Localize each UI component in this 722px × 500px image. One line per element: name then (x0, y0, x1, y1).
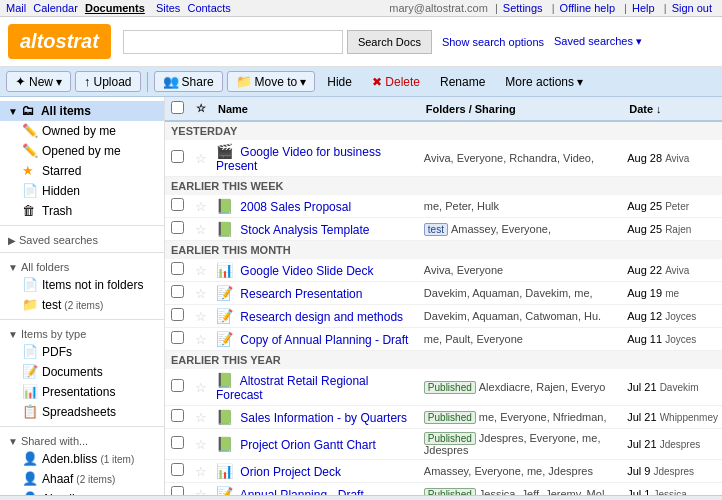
signout-link[interactable]: Sign out (672, 2, 712, 14)
row-checkbox[interactable] (171, 409, 184, 422)
search-input[interactable] (123, 30, 343, 54)
sidebar-item-starred[interactable]: ★ Starred (14, 161, 164, 181)
all-folders-arrow-icon: ▼ (8, 262, 18, 273)
date-owner: Rajen (665, 224, 691, 235)
offline-help-link[interactable]: Offline help (560, 2, 615, 14)
search-button[interactable]: Search Docs (347, 30, 432, 54)
toolbar-separator (147, 72, 148, 92)
row-star-cell[interactable]: ☆ (190, 328, 212, 351)
row-checkbox[interactable] (171, 379, 184, 392)
col-header-date[interactable]: Date ↓ (623, 97, 722, 121)
row-star-cell[interactable]: ☆ (190, 140, 212, 177)
row-star-cell[interactable]: ☆ (190, 369, 212, 406)
shared-badge-2: (3 items) (101, 494, 140, 496)
row-checkbox[interactable] (171, 331, 184, 344)
row-checkbox[interactable] (171, 198, 184, 211)
row-checkbox[interactable] (171, 150, 184, 163)
row-star-cell[interactable]: ☆ (190, 305, 212, 328)
doc-name-link[interactable]: Project Orion Gantt Chart (240, 438, 375, 452)
row-name-cell: 📊 Google Video Slide Deck (212, 259, 420, 282)
row-star-cell[interactable]: ☆ (190, 429, 212, 460)
sidebar-item-opened-by-me[interactable]: ✏️ Opened by me (14, 141, 164, 161)
new-button[interactable]: ✦ New ▾ (6, 71, 71, 92)
doc-name-link[interactable]: Altostrat Retail Regional Forecast (216, 374, 368, 402)
more-actions-button[interactable]: More actions ▾ (497, 73, 591, 91)
sidebar-all-folders[interactable]: ▼ All folders (0, 257, 164, 275)
help-link[interactable]: Help (632, 2, 655, 14)
row-checkbox-cell (165, 305, 190, 328)
mail-link[interactable]: Mail (6, 2, 26, 14)
delete-button[interactable]: ✖ Delete (364, 73, 428, 91)
row-checkbox[interactable] (171, 221, 184, 234)
date-owner: Jdespres (660, 439, 701, 450)
sidebar-items-by-type[interactable]: ▼ Items by type (0, 324, 164, 342)
sidebar-item-spreadsheets[interactable]: 📋 Spreadsheets (14, 402, 164, 422)
saved-searches-link[interactable]: Saved searches (554, 35, 642, 48)
sidebar-item-trash[interactable]: 🗑 Trash (14, 201, 164, 221)
row-checkbox[interactable] (171, 285, 184, 298)
search-bar: Search Docs Show search options Saved se… (123, 30, 714, 54)
row-checkbox[interactable] (171, 436, 184, 449)
col-header-name[interactable]: Name (212, 97, 420, 121)
hide-button[interactable]: Hide (319, 73, 360, 91)
row-star-cell[interactable]: ☆ (190, 406, 212, 429)
sidebar-sub-items: ✏️ Owned by me ✏️ Opened by me ★ Starred… (0, 121, 164, 221)
doc-name-link[interactable]: Research design and methods (240, 310, 403, 324)
pdf-icon: 📄 (22, 344, 38, 360)
sidebar-item-owned-by-me[interactable]: ✏️ Owned by me (14, 121, 164, 141)
doc-name-link[interactable]: Google Video Slide Deck (240, 264, 373, 278)
table-row: ☆ 📝 Annual Planning - Draft PublishedJes… (165, 483, 722, 496)
sidebar-shared-with[interactable]: ▼ Shared with... (0, 431, 164, 449)
doc-name-link[interactable]: 2008 Sales Proposal (240, 200, 351, 214)
rename-button[interactable]: Rename (432, 73, 493, 91)
content-area: ☆ Name Folders / Sharing Date ↓ YESTERDA… (165, 97, 722, 495)
upload-button[interactable]: ↑ Upload (75, 71, 141, 92)
row-checkbox[interactable] (171, 308, 184, 321)
row-name-cell: 📝 Copy of Annual Planning - Draft (212, 328, 420, 351)
sidebar-item-pdfs[interactable]: 📄 PDFs (14, 342, 164, 362)
hidden-label: Hidden (42, 184, 80, 198)
select-all-checkbox[interactable] (171, 101, 184, 114)
row-star-cell[interactable]: ☆ (190, 460, 212, 483)
docs-link-bold[interactable]: Documents (85, 2, 145, 14)
row-checkbox[interactable] (171, 463, 184, 476)
row-date-cell: Aug 28 Aviva (623, 140, 722, 177)
row-star-cell[interactable]: ☆ (190, 195, 212, 218)
row-folder-cell: Davekim, Aquaman, Catwoman, Hu. (420, 305, 623, 328)
sidebar-item-presentations[interactable]: 📊 Presentations (14, 382, 164, 402)
share-button[interactable]: 👥 Share (154, 71, 223, 92)
sidebar-item-documents[interactable]: 📝 Documents (14, 362, 164, 382)
row-checkbox[interactable] (171, 486, 184, 495)
doc-name-link[interactable]: Annual Planning - Draft (240, 488, 364, 495)
row-checkbox-cell (165, 369, 190, 406)
row-star-cell[interactable]: ☆ (190, 259, 212, 282)
published-badge: Published (424, 488, 476, 495)
date-owner: Joyces (665, 334, 696, 345)
sidebar-item-all-items[interactable]: ▼ 🗂 All items (0, 101, 164, 121)
doc-name-link[interactable]: Sales Information - by Quarters (240, 411, 407, 425)
move-label: Move to (255, 75, 298, 89)
row-star-cell[interactable]: ☆ (190, 282, 212, 305)
calendar-link[interactable]: Calendar (33, 2, 78, 14)
sidebar-item-items-not-in-folders[interactable]: 📄 Items not in folders (14, 275, 164, 295)
settings-link[interactable]: Settings (503, 2, 543, 14)
sidebar-item-shared-1[interactable]: 👤 Ahaaf (2 items) (14, 469, 164, 489)
doc-name-link[interactable]: Orion Project Deck (240, 465, 341, 479)
table-row: ☆ 📝 Copy of Annual Planning - Draft me, … (165, 328, 722, 351)
sites-link[interactable]: Sites (156, 2, 180, 14)
doc-name-link[interactable]: Google Video for business Present (216, 145, 381, 173)
row-star-cell[interactable]: ☆ (190, 218, 212, 241)
sidebar-saved-searches[interactable]: ▶ Saved searches (0, 230, 164, 248)
sidebar-item-shared-2[interactable]: 👤 Alexdiacre (3 items) (14, 489, 164, 495)
sidebar-item-shared-0[interactable]: 👤 Aden.bliss (1 item) (14, 449, 164, 469)
row-checkbox[interactable] (171, 262, 184, 275)
sidebar-item-test-folder[interactable]: 📁 test (2 items) (14, 295, 164, 315)
doc-name-link[interactable]: Stock Analysis Template (240, 223, 369, 237)
search-options-link[interactable]: Show search options (442, 36, 544, 48)
doc-name-link[interactable]: Copy of Annual Planning - Draft (240, 333, 408, 347)
row-star-cell[interactable]: ☆ (190, 483, 212, 496)
contacts-link[interactable]: Contacts (187, 2, 230, 14)
doc-name-link[interactable]: Research Presentation (240, 287, 362, 301)
sidebar-item-hidden[interactable]: 📄 Hidden (14, 181, 164, 201)
move-button[interactable]: 📁 Move to ▾ (227, 71, 316, 92)
